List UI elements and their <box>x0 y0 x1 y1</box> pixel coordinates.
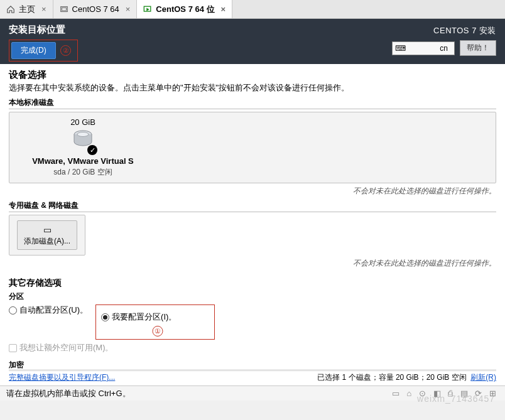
vmware-status-bar: 请在虚拟机内部单击或按 Ctrl+G。 ▭ ⌂ ⊙ ◧ ⎙ ▤ ⟳ ⊞ <box>0 385 505 401</box>
svg-rect-1 <box>62 8 66 10</box>
close-icon[interactable]: × <box>221 4 226 14</box>
home-icon <box>6 5 15 14</box>
radio-auto-partition[interactable]: 自动配置分区(U)。 <box>9 304 88 316</box>
close-icon[interactable]: × <box>41 4 46 14</box>
other-storage-heading: 其它存储选项 <box>9 277 496 289</box>
main-content: 设备选择 选择要在其中安装系统的设备。点击主菜单中的"开始安装"按钮前不会对该设… <box>0 64 505 385</box>
vm-running-icon <box>143 5 152 14</box>
selected-status: 已选择 1 个磁盘；容量 20 GiB；20 GiB 空闲 <box>317 373 466 382</box>
disk-icon-wrap: ✓ <box>72 129 94 153</box>
banner-right: CENTOS 7 安装 cn 帮助！ <box>392 25 496 56</box>
checkbox-extra-space: 我想让额外空间可用(M)。 <box>9 342 496 353</box>
radio-icon <box>101 313 109 321</box>
add-disk-icon: ▭ <box>24 225 70 235</box>
disk-hint-2: 不会对未在此处选择的磁盘进行任何操作。 <box>9 258 496 269</box>
disk-sub: sda / 20 GiB 空闲 <box>17 167 149 178</box>
tab-centos-1[interactable]: CentOS 7 64 × <box>53 0 138 18</box>
vmware-tab-strip: 主页 × CentOS 7 64 × CentOS 7 64 位 × <box>0 0 505 19</box>
done-button[interactable]: 完成(D) <box>11 42 56 59</box>
disk-size: 20 GiB <box>17 117 149 127</box>
radio-icon <box>9 306 17 315</box>
special-disks-label: 专用磁盘 & 网络磁盘 <box>9 200 496 212</box>
vm-icon <box>60 5 68 14</box>
radio-label: 我要配置分区(I)。 <box>112 311 176 323</box>
svg-marker-3 <box>147 8 149 11</box>
tab-centos-2[interactable]: CentOS 7 64 位 × <box>137 0 232 18</box>
installer-banner: 安装目标位置 完成(D) ② CENTOS 7 安装 cn 帮助！ <box>0 19 505 64</box>
tab-home-label: 主页 <box>19 4 35 15</box>
product-name: CENTOS 7 安装 <box>392 25 496 36</box>
checkbox-label: 我想让额外空间可用(M)。 <box>19 342 114 353</box>
keyboard-layout[interactable]: cn <box>392 41 455 55</box>
annotation-1: ① <box>153 326 163 337</box>
close-icon[interactable]: × <box>126 4 131 14</box>
add-disk-button[interactable]: ▭ 添加磁盘(A)... <box>17 220 77 250</box>
done-annotation-box: 完成(D) ② <box>9 40 78 62</box>
help-button[interactable]: 帮助！ <box>460 40 496 56</box>
device-selection-desc: 选择要在其中安装系统的设备。点击主菜单中的"开始安装"按钮前不会对该设备进行任何… <box>9 82 496 94</box>
svg-point-5 <box>77 132 89 137</box>
footer-bar: 完整磁盘摘要以及引导程序(F)... 已选择 1 个磁盘；容量 20 GiB；2… <box>9 369 496 383</box>
footer-right: 已选择 1 个磁盘；容量 20 GiB；20 GiB 空闲 刷新(R) <box>317 372 496 383</box>
tab-home[interactable]: 主页 × <box>0 0 53 18</box>
device-selection-heading: 设备选择 <box>9 69 496 81</box>
refresh-link[interactable]: 刷新(R) <box>470 373 496 382</box>
vm-status-icons: ▭ ⌂ ⊙ ◧ ⎙ ▤ ⟳ ⊞ <box>392 389 499 398</box>
tab-label: CentOS 7 64 位 <box>156 4 214 15</box>
annotation-2: ② <box>60 45 71 56</box>
local-disks-label: 本地标准磁盘 <box>9 97 496 109</box>
partitioning-options: 自动配置分区(U)。 我要配置分区(I)。 ① <box>9 304 496 340</box>
partitioning-label: 分区 <box>9 291 496 302</box>
radio-label: 自动配置分区(U)。 <box>19 304 88 316</box>
disk-name: VMware, VMware Virtual S <box>17 156 149 166</box>
manual-partition-annotation-box: 我要配置分区(I)。 ① <box>95 304 215 340</box>
tab-label: CentOS 7 64 <box>72 4 119 14</box>
check-icon: ✓ <box>87 145 97 155</box>
vm-status-hint: 请在虚拟机内部单击或按 Ctrl+G。 <box>6 388 131 399</box>
checkbox-icon <box>9 344 17 352</box>
disk-summary-link[interactable]: 完整磁盘摘要以及引导程序(F)... <box>9 372 115 383</box>
radio-manual-partition[interactable]: 我要配置分区(I)。 <box>101 311 176 323</box>
disk-hint-1: 不会对未在此处选择的磁盘进行任何操作。 <box>9 186 496 197</box>
special-disks-container: ▭ 添加磁盘(A)... <box>9 215 85 256</box>
add-disk-label: 添加磁盘(A)... <box>24 237 70 245</box>
local-disks-container: 20 GiB ✓ VMware, VMware Virtual S sda / … <box>9 112 496 183</box>
disk-item[interactable]: 20 GiB ✓ VMware, VMware Virtual S sda / … <box>17 117 149 178</box>
